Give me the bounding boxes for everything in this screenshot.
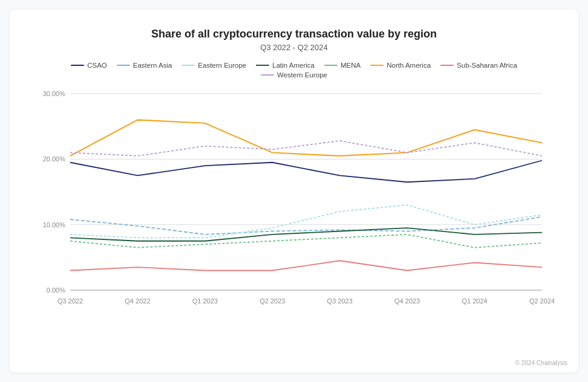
copyright: © 2024 Chainalysis: [515, 360, 567, 366]
legend-item: CSAO: [71, 62, 107, 69]
legend-item: MENA: [324, 62, 361, 69]
svg-text:Q1 2023: Q1 2023: [192, 297, 218, 305]
svg-text:10.00%: 10.00%: [43, 221, 66, 228]
legend-item: Western Europe: [261, 71, 327, 79]
svg-text:Q3 2023: Q3 2023: [327, 297, 353, 305]
legend-item: Eastern Asia: [117, 62, 172, 69]
svg-text:0.00%: 0.00%: [47, 286, 65, 294]
legend-item: Latin America: [256, 62, 315, 69]
svg-text:Q2 2023: Q2 2023: [260, 297, 285, 305]
chart-svg: 0.00%10.00%20.00%30.00%Q3 2022Q4 2022Q1 …: [34, 85, 554, 320]
chart-container: Share of all cryptocurrency transaction …: [10, 10, 578, 372]
svg-text:Q2 2024: Q2 2024: [529, 297, 554, 305]
chart-subtitle: Q3 2022 - Q2 2024: [34, 43, 554, 52]
legend-item: Sub-Saharan Africa: [440, 62, 517, 69]
svg-text:20.00%: 20.00%: [43, 155, 66, 163]
svg-text:Q3 2022: Q3 2022: [57, 297, 83, 305]
svg-text:30.00%: 30.00%: [43, 90, 66, 97]
svg-text:Q4 2023: Q4 2023: [394, 297, 420, 305]
legend-item: Eastern Europe: [181, 62, 246, 69]
legend-item: North America: [370, 62, 431, 69]
svg-text:Q1 2024: Q1 2024: [462, 297, 487, 305]
svg-text:Q4 2022: Q4 2022: [125, 297, 150, 305]
chart-legend: CSAOEastern AsiaEastern EuropeLatin Amer…: [34, 62, 554, 79]
chart-title: Share of all cryptocurrency transaction …: [34, 28, 554, 40]
